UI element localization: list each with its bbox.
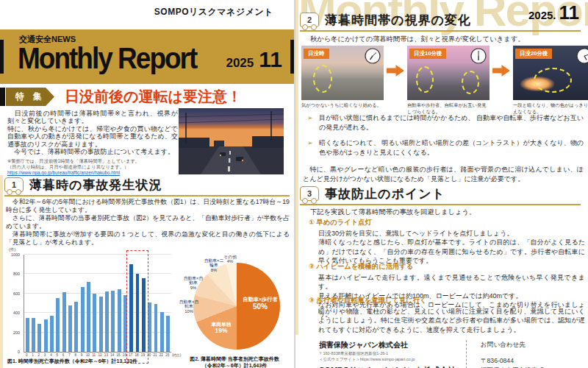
photo-10min-after: 日没10分後: [407, 46, 490, 100]
bar-hour-12: [99, 297, 103, 352]
point-body: 日没30分前を目安に、意識してヘッドライトを点灯しましょう。 薄暗くなったなと感…: [309, 229, 585, 266]
company1-website: ＜公式ウェブサイト＞https://www.sompo-japan.co.jp: [319, 356, 456, 362]
bar-hour-7: [68, 305, 72, 352]
masthead-band: 交通安全NEWS Monthly Report 202511: [0, 29, 294, 84]
photo-sunset: 日没時: [301, 46, 384, 100]
x-tick-label: 15: [115, 353, 121, 357]
truck-number-icon: 2: [300, 13, 319, 27]
visibility-bullet-list: 目が暗い状態に慣れるまでには時間がかかるため、 自動車や自転車、歩行者などお互い…: [307, 113, 584, 163]
pie-chart-figure2: 自動車×歩行者50% 車両単独19% 自動車×自転車10% 自動車×自動車9% …: [181, 258, 293, 354]
x-tick-label: 14: [110, 353, 115, 357]
arrow-right-icon: [387, 65, 404, 77]
bar-slot: [24, 255, 30, 352]
clock-icon: [576, 47, 588, 65]
truck-wheel-icon: [7, 189, 12, 195]
issue-year: 2025: [226, 56, 254, 70]
issue-date: 202511: [226, 47, 282, 72]
pie-label-single-vehicle: 車両単独19%: [200, 322, 243, 334]
bar-xaxis: 01234567891011121314151617181920212223: [24, 353, 171, 357]
truck-wheel-icon: [302, 198, 308, 204]
photo-20min-after: 日没20分後: [513, 46, 588, 100]
truck-wheel-icon: [311, 24, 317, 30]
bar-hour-22: [160, 312, 164, 352]
bar-hour-1: [32, 318, 35, 352]
bar-slot: [37, 255, 43, 352]
masthead-title: Monthly Report: [18, 41, 196, 76]
bar-hour-0: [26, 318, 29, 352]
figure2-caption: 図2. 薄暮時間帯 当事者別死亡事故件数 （令和2年～6年）計1,643件: [175, 355, 294, 368]
section2-title: 薄暮時間帯の視界の変化: [325, 12, 471, 29]
company1-address: 〒160-8338東京都新宿区西新宿1-26-1: [319, 350, 456, 356]
bleed-mark-right: [290, 40, 294, 74]
section1-number: 1: [12, 180, 16, 189]
point-heading: ① 早めのライト点灯: [309, 218, 585, 227]
bar-hour-11: [93, 294, 96, 352]
company1-name: 損害保険ジャパン株式会社: [319, 340, 456, 350]
bar-hour-4: [50, 316, 54, 353]
bar-slot: [49, 255, 54, 352]
bar-slot: [98, 255, 104, 352]
point-heading: ② ハイビームを積極的に活用する: [309, 262, 585, 272]
bar-slot: [85, 255, 91, 352]
section1-title: 薄暮時の事故発生状況: [29, 177, 162, 194]
footer: 損害保険ジャパン株式会社 〒160-8338東京都新宿区西新宿1-26-1 ＜公…: [295, 337, 588, 368]
bar-hour-3: [44, 319, 48, 352]
footnote-link[interactable]: https://www.npa.go.jp/bureau/traffic/anz…: [7, 170, 120, 175]
bar-hour-14: [111, 291, 115, 352]
figure1-caption: 図1. 時間帯別死亡事故件数（令和2年～6年）計13,133件: [7, 358, 176, 365]
bar-hour-23: [166, 316, 170, 353]
feature-black-bar: [0, 88, 5, 106]
prevention-point-1: ① 早めのライト点灯 日没30分前を目安に、意識してヘッドライトを点灯しましょう…: [309, 218, 585, 266]
truck-number-icon: 3: [300, 186, 319, 201]
truck-wheel-icon: [311, 198, 317, 204]
bar-slot: [159, 255, 165, 352]
footer-contact-block: お問い合わせ先 〒836-0844 福岡県大牟田市浄真町160-2: [481, 340, 560, 368]
x-tick-label: 2: [36, 353, 42, 357]
y-tick-label: 200: [13, 330, 20, 335]
highlight-dashed-box: [126, 250, 148, 364]
bullet-item: 暗くなるにつれて、 明るい場所と暗い場所との差（コントラスト）が大きくなり、物の…: [307, 138, 584, 157]
footnote-line2: （日の入り時刻は、月日や都道府県により異なります。）: [7, 164, 180, 170]
point-body: 暗がりや物陰、電柱の影など、見えにくい場所に注意深く目を配り、意識して見にいくよ…: [309, 307, 585, 334]
section3-title: 事故防止のポイント: [325, 185, 445, 202]
pie-label-other: その他4%: [219, 255, 241, 264]
section3-header: 3 事故防止のポイント: [300, 185, 581, 205]
bar-hour-13: [105, 291, 109, 352]
section2-number: 2: [307, 15, 312, 24]
page-right: Monthly Report 2025.11 2 薄暮時間帯の視界の変化 秋から…: [295, 0, 588, 368]
bar-hour-20: [148, 302, 151, 352]
bar-slot: [43, 255, 49, 352]
bullet-item: 目が暗い状態に慣れるまでには時間がかかるため、 自動車や自転車、歩行者などお互い…: [307, 113, 584, 132]
company2-name: SOMPOリスクマネジメント株式会社: [319, 365, 456, 368]
bar-hour-10: [87, 282, 90, 352]
issue-month: 11: [259, 47, 282, 71]
truck-wheel-icon: [302, 24, 308, 30]
bar-chart-figure1: (件) 02004006008001000 012345678910111213…: [4, 247, 178, 367]
x-tick-label: 6: [60, 353, 66, 357]
feature-header: 特 集 日没前後の運転は要注意！: [0, 88, 242, 106]
x-tick-label: 22: [158, 353, 164, 357]
section3-lead: 下記を実践して薄暮時間帯の事故を回避しましょう。: [310, 208, 582, 217]
x-tick-label: 10: [85, 353, 90, 357]
pie-label-car: 自動車×自動車9%: [182, 276, 204, 290]
clock-icon: [470, 47, 487, 65]
point-heading: ③ 歩行者や自転車を意識して見に行く: [309, 296, 585, 305]
photo-label: 日没20分後: [515, 49, 552, 59]
bar-slot: [116, 255, 122, 352]
photo-card-10min: 日没10分後 自動車や歩行者、自転車がお互い発見しづらくなる。: [407, 46, 490, 115]
bar-hour-5: [56, 298, 60, 352]
feature-footnote: ※警察庁では、日没前後1時間を「薄暮時間帯」としています。 （日の入り時刻は、月…: [7, 158, 180, 177]
page-frame-decoration: [295, 0, 298, 335]
clock-icon: [364, 47, 381, 65]
truck-number-icon: 1: [4, 177, 24, 192]
x-tick-label: 23: [165, 353, 171, 357]
x-tick-label: 13: [103, 353, 109, 357]
y-tick-label: 1000: [11, 252, 20, 257]
bar-hour-21: [154, 304, 158, 352]
section1-header: 1 薄暮時の事故発生状況: [4, 177, 290, 197]
header-dots-decoration: [570, 29, 581, 32]
arrow-right-icon: [492, 65, 510, 77]
photo-card-sunset: 日没時 気がつかないうちに暗くなり始める。: [301, 46, 384, 109]
bar-slot: [67, 255, 73, 352]
pie-label-bicycle: 自動車×自転車10%: [178, 300, 200, 314]
